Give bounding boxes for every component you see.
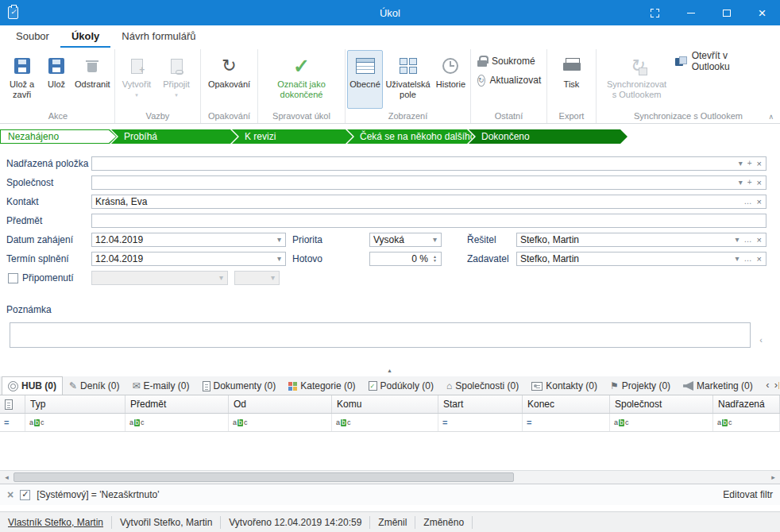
company-field[interactable]: ▾ + ×: [91, 175, 766, 190]
create-button[interactable]: Vytvořit ▾: [117, 50, 156, 109]
column-header-konec[interactable]: Konec: [523, 395, 610, 413]
filter-enabled-checkbox[interactable]: ✓: [20, 490, 30, 500]
attach-button[interactable]: Připojit ▾: [156, 50, 196, 109]
add-icon[interactable]: +: [745, 179, 755, 187]
tab-hub[interactable]: HUB (0): [2, 376, 63, 395]
filter-cell-spolecnost[interactable]: abc: [610, 414, 713, 431]
column-header-spolecnost[interactable]: Společnost: [610, 395, 713, 413]
workflow-step-k-revizi[interactable]: K revizi: [232, 129, 353, 144]
clear-icon[interactable]: ×: [755, 198, 764, 206]
ellipsis-icon[interactable]: …: [742, 255, 755, 263]
save-close-button[interactable]: Ulož a zavři: [3, 50, 41, 109]
clear-icon[interactable]: ×: [755, 236, 764, 245]
scrollbar-thumb[interactable]: [14, 472, 514, 482]
tab-kontakty[interactable]: Kontakty (0): [525, 376, 604, 395]
priority-field[interactable]: Vysoká ▾: [369, 233, 442, 247]
workflow-step-nezahajeno[interactable]: Nezahájeno: [0, 129, 117, 144]
delete-button[interactable]: Odstranit: [72, 50, 113, 109]
tab-podukoly[interactable]: Podúkoly (0): [362, 376, 440, 395]
workflow-step-probiha[interactable]: Probíhá: [111, 129, 237, 144]
ellipsis-icon[interactable]: …: [742, 198, 755, 206]
column-header-komu[interactable]: Komu: [332, 395, 438, 413]
column-header-start[interactable]: Start: [438, 395, 523, 413]
add-icon[interactable]: +: [745, 160, 755, 168]
tab-emaily[interactable]: ✉ E-maily (0): [125, 376, 195, 395]
edit-filter-button[interactable]: Editovat filtr: [723, 489, 773, 500]
save-button[interactable]: Ulož: [41, 50, 71, 109]
user-fields-button[interactable]: Uživatelská pole: [383, 50, 433, 109]
dropdown-icon[interactable]: ▾: [431, 236, 439, 244]
maximize-button[interactable]: [709, 0, 744, 25]
filter-cell-nadrazena[interactable]: abc: [713, 414, 780, 431]
dropdown-icon[interactable]: ▾: [736, 160, 745, 168]
reminder-checkbox[interactable]: [8, 273, 18, 283]
workflow-step-ceka-se[interactable]: Čeká se na někoho dalšího: [347, 129, 474, 144]
mark-done-button[interactable]: ✓ Označit jako dokončené: [261, 50, 343, 109]
dropdown-icon[interactable]: ▾: [275, 255, 284, 263]
column-header-nadrazena[interactable]: Nadřazená: [713, 395, 780, 413]
scroll-left-button[interactable]: ◂: [0, 473, 14, 481]
open-in-outlook-button[interactable]: Otevřít v Outlooku: [670, 52, 770, 71]
percent-spinner[interactable]: ▲▼: [431, 255, 439, 263]
filter-cell-predmet[interactable]: abc: [125, 414, 229, 431]
clear-icon[interactable]: ×: [755, 255, 764, 264]
filter-cell-typ[interactable]: abc: [25, 414, 125, 431]
tab-scroll-left-button[interactable]: ‹: [766, 380, 769, 391]
tab-projekty[interactable]: ⚑ Projekty (0): [604, 376, 677, 395]
contact-field[interactable]: Krásná, Eva … ×: [91, 195, 766, 209]
tab-marketing[interactable]: Marketing (0): [677, 376, 759, 395]
tab-denik[interactable]: ✎ Deník (0): [63, 376, 125, 395]
dropdown-icon[interactable]: ▾: [736, 179, 745, 187]
tab-ukoly[interactable]: Úkoly: [60, 26, 110, 48]
collapse-side-panel-icon[interactable]: ‹: [759, 335, 763, 345]
tab-soubor[interactable]: Soubor: [5, 26, 60, 48]
filter-cell-komu[interactable]: abc: [332, 414, 438, 431]
tab-navrh-formularu[interactable]: Návrh formulářů: [110, 26, 207, 48]
filter-cell-od[interactable]: abc: [229, 414, 332, 431]
due-date-field[interactable]: 12.04.2019 ▾: [91, 252, 286, 266]
ellipsis-icon[interactable]: …: [742, 236, 755, 244]
grid-empty-area[interactable]: [0, 432, 780, 470]
column-header-predmet[interactable]: Předmět: [125, 395, 229, 413]
clear-icon[interactable]: ×: [755, 160, 764, 168]
fullscreen-button[interactable]: [637, 0, 673, 25]
general-view-icon: [356, 58, 375, 74]
filter-expression[interactable]: [Systémový] = 'Nezaškrtnuto': [37, 489, 716, 500]
collapse-form-icon[interactable]: ▲: [387, 368, 392, 373]
history-button[interactable]: Historie: [433, 50, 469, 109]
sync-outlook-button[interactable]: ↻ Synchronizovat s Outlookem: [603, 50, 670, 109]
tab-scroll-right-button[interactable]: ›: [774, 380, 778, 391]
remove-filter-button[interactable]: ×: [7, 489, 14, 500]
print-button[interactable]: Tisk: [551, 50, 593, 109]
clear-icon[interactable]: ×: [755, 179, 764, 187]
recurrence-button[interactable]: ↻ Opakování: [203, 50, 256, 109]
tab-spolecnosti[interactable]: ⌂ Společnosti (0): [440, 376, 525, 395]
row-type-column-header[interactable]: [0, 395, 25, 413]
subject-field[interactable]: [91, 214, 766, 228]
tab-kategorie[interactable]: Kategorie (0): [282, 376, 361, 395]
column-header-typ[interactable]: Typ: [25, 395, 125, 413]
filter-cell-konec[interactable]: =: [523, 414, 610, 431]
workflow-step-dokonceno[interactable]: Dokončeno: [469, 129, 627, 144]
assigner-field[interactable]: Stefko, Martin ▾ … ×: [516, 252, 766, 266]
collapse-ribbon-icon[interactable]: ∧: [768, 113, 774, 121]
dropdown-icon[interactable]: ▾: [275, 236, 284, 244]
column-header-od[interactable]: Od: [229, 395, 332, 413]
dropdown-icon[interactable]: ▾: [733, 236, 742, 244]
dropdown-icon[interactable]: ▾: [733, 255, 742, 263]
solver-field[interactable]: Stefko, Martin ▾ … ×: [516, 233, 766, 247]
close-button[interactable]: ×: [744, 0, 780, 25]
owner-link[interactable]: Vlastník Stefko, Martin: [0, 516, 112, 529]
view-general-button[interactable]: Obecné: [347, 50, 383, 109]
tab-dokumenty[interactable]: Dokumenty (0): [196, 376, 283, 395]
minimize-button[interactable]: [673, 0, 709, 25]
note-input[interactable]: [10, 322, 751, 348]
done-percent-field[interactable]: 0 % ▲▼: [369, 252, 442, 266]
parent-item-field[interactable]: ▾ + ×: [91, 156, 766, 171]
private-button[interactable]: Soukromé: [473, 52, 545, 71]
start-date-field[interactable]: 12.04.2019 ▾: [91, 233, 286, 247]
filter-cell-start[interactable]: =: [438, 414, 523, 431]
scroll-right-button[interactable]: ▸: [766, 473, 780, 481]
update-button[interactable]: ↻ Aktualizovat: [473, 71, 545, 90]
filter-cell-icon[interactable]: =: [0, 414, 25, 431]
